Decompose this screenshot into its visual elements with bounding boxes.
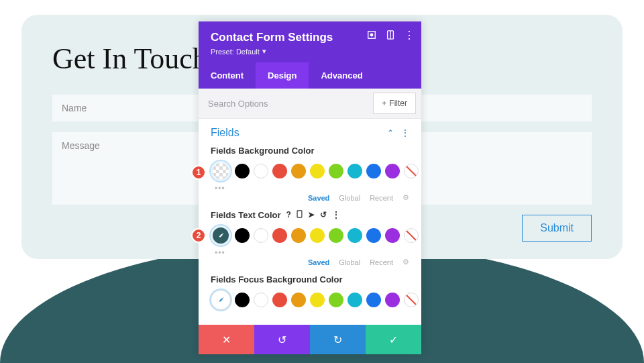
preset-label: Preset: Default (211, 48, 260, 56)
swatch-transparent[interactable] (211, 161, 231, 181)
meta-global[interactable]: Global (339, 258, 360, 266)
swatch-purple[interactable] (385, 164, 400, 178)
swatch-green[interactable] (329, 228, 343, 243)
swatch-meta: Saved Global Recent ⚙ (211, 193, 409, 202)
swatch-red[interactable] (272, 164, 287, 178)
swatch-white[interactable] (254, 164, 268, 178)
swatch-none[interactable] (404, 228, 419, 243)
section-header[interactable]: Fields ⌃ ⋮ (211, 127, 409, 139)
save-button[interactable]: ✓ (366, 325, 421, 354)
section-title: Fields (211, 127, 239, 139)
undo-button[interactable]: ↺ (254, 325, 310, 354)
gear-icon[interactable]: ⚙ (402, 193, 409, 202)
option-label: Fields Background Color (211, 146, 315, 156)
swatch-purple[interactable] (385, 293, 400, 307)
option-fields-bg: Fields Background Color ••• Saved Global… (211, 146, 409, 202)
swatch-red[interactable] (272, 228, 287, 243)
reset-icon[interactable]: ↺ (320, 210, 327, 220)
swatch-eyedropper[interactable] (211, 225, 231, 246)
submit-button[interactable]: Submit (522, 215, 592, 242)
gear-icon[interactable]: ⚙ (402, 258, 409, 266)
swatch-red[interactable] (272, 293, 287, 307)
redo-button[interactable]: ↻ (310, 325, 366, 354)
tab-design[interactable]: Design (256, 62, 309, 89)
panel-header: Contact Form Settings Preset: Default ▾ … (199, 21, 421, 62)
more-dots-icon[interactable]: ••• (215, 248, 409, 258)
swatch-cyan[interactable] (347, 293, 362, 307)
filter-button[interactable]: +Filter (373, 93, 416, 114)
swatch-orange[interactable] (291, 164, 306, 178)
section-more-icon[interactable]: ⋮ (400, 127, 409, 138)
plus-icon: + (382, 99, 386, 108)
filter-label: Filter (389, 99, 407, 108)
cursor-icon[interactable]: ➤ (308, 210, 315, 220)
help-icon[interactable]: ? (286, 210, 291, 220)
swatch-blue[interactable] (366, 293, 381, 307)
more-dots-icon[interactable]: ••• (215, 184, 409, 193)
swatch-yellow[interactable] (310, 164, 325, 178)
settings-panel: Contact Form Settings Preset: Default ▾ … (199, 21, 421, 354)
panel-body: Fields ⌃ ⋮ Fields Background Color (199, 119, 421, 325)
meta-recent[interactable]: Recent (370, 194, 393, 202)
swatch-yellow[interactable] (310, 228, 325, 243)
swatch-eyedropper[interactable] (211, 290, 231, 310)
tabs: Content Design Advanced (199, 62, 421, 89)
meta-recent[interactable]: Recent (370, 258, 393, 266)
option-fields-text: Fields Text Color ? ➤ ↺ ⋮ (211, 210, 409, 266)
swatch-cyan[interactable] (347, 164, 362, 178)
swatch-black[interactable] (235, 164, 250, 178)
tab-advanced[interactable]: Advanced (309, 62, 374, 89)
annotation-badge-2: 2 (191, 228, 206, 243)
search-input[interactable] (199, 91, 368, 117)
preset-selector[interactable]: Preset: Default ▾ (211, 47, 409, 56)
expand-icon[interactable] (366, 30, 377, 40)
search-bar: +Filter (199, 89, 421, 119)
more-vert-icon[interactable]: ⋮ (332, 210, 340, 220)
annotation-badge-1: 1 (191, 165, 206, 180)
swatch-white[interactable] (254, 228, 268, 243)
more-vert-icon[interactable]: ⋮ (404, 30, 415, 40)
option-label: Fields Focus Background Color (211, 274, 342, 284)
swatch-green[interactable] (329, 293, 343, 307)
device-icon[interactable] (297, 210, 303, 220)
panel-footer: ✕ ↺ ↻ ✓ (199, 325, 421, 354)
swatch-none[interactable] (404, 164, 419, 178)
tab-content[interactable]: Content (199, 62, 256, 89)
chevron-up-icon[interactable]: ⌃ (387, 128, 394, 138)
option-toolbar: ? ➤ ↺ ⋮ (286, 210, 340, 220)
swatch-cyan[interactable] (347, 228, 362, 243)
swatch-none[interactable] (404, 293, 419, 307)
swatch-black[interactable] (235, 228, 250, 243)
option-fields-focus: Fields Focus Background Color (211, 274, 409, 310)
swatch-row-focus (211, 290, 409, 310)
swatch-black[interactable] (235, 293, 250, 307)
swatch-green[interactable] (329, 164, 343, 178)
meta-saved[interactable]: Saved (308, 194, 329, 202)
option-label: Fields Text Color (211, 210, 281, 220)
swatch-orange[interactable] (291, 293, 306, 307)
swatch-row-bg (211, 161, 409, 181)
cancel-button[interactable]: ✕ (199, 325, 254, 354)
swatch-yellow[interactable] (310, 293, 325, 307)
swatch-blue[interactable] (366, 164, 381, 178)
header-icons: ⋮ (366, 30, 415, 40)
meta-global[interactable]: Global (339, 194, 360, 202)
swatch-purple[interactable] (385, 228, 400, 243)
caret-down-icon: ▾ (262, 47, 266, 56)
responsive-icon[interactable] (385, 30, 396, 40)
swatch-meta: Saved Global Recent ⚙ (211, 258, 409, 266)
swatch-white[interactable] (254, 293, 268, 307)
svg-point-1 (370, 34, 373, 36)
swatch-orange[interactable] (291, 228, 306, 243)
swatch-blue[interactable] (366, 228, 381, 243)
svg-rect-4 (297, 211, 302, 217)
swatch-row-text (211, 225, 409, 246)
meta-saved[interactable]: Saved (308, 258, 329, 266)
